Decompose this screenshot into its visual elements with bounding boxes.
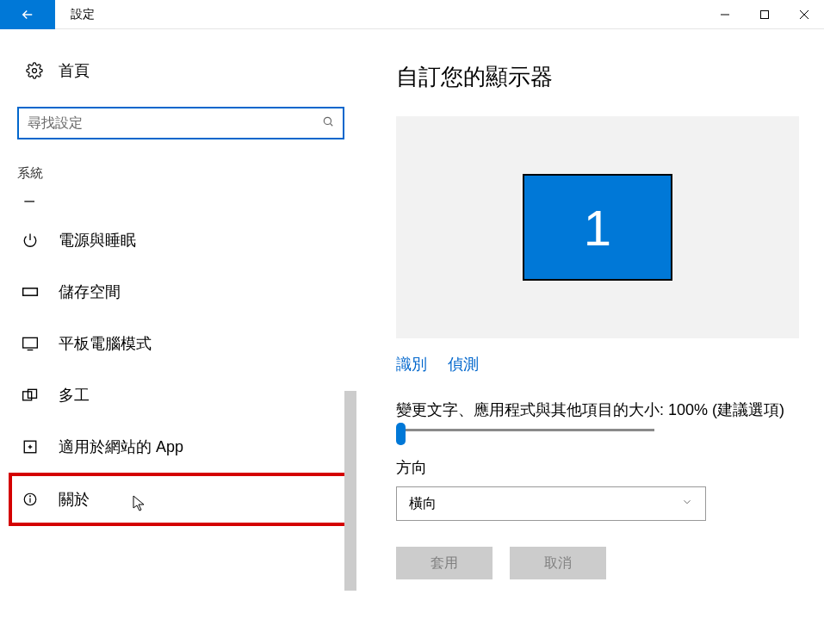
minimize-icon (720, 9, 730, 20)
sidebar-item-storage[interactable]: 儲存空間 (17, 266, 353, 318)
identify-link[interactable]: 識別 (396, 354, 427, 375)
back-button[interactable] (0, 0, 55, 29)
home-link[interactable]: 首頁 (17, 60, 362, 81)
close-button[interactable] (784, 0, 824, 29)
scale-label: 變更文字、應用程式與其他項目的大小: 100% (建議選項) (396, 399, 799, 422)
orientation-label: 方向 (396, 457, 799, 478)
svg-rect-8 (23, 288, 38, 295)
svg-rect-10 (23, 392, 32, 400)
monitor-number: 1 (584, 199, 611, 257)
bell-icon (21, 189, 40, 206)
svg-rect-1 (761, 10, 769, 18)
search-input[interactable]: 尋找設定 (17, 107, 344, 139)
window-controls (705, 0, 824, 29)
scale-slider[interactable] (396, 429, 654, 431)
cancel-label: 取消 (544, 554, 572, 573)
svg-point-4 (33, 69, 37, 73)
titlebar: 設定 (0, 0, 824, 29)
apply-label: 套用 (431, 554, 458, 573)
svg-point-5 (324, 117, 331, 124)
nav-list: 電源與睡眠 儲存空間 平板電腦模式 多工 (17, 189, 353, 526)
slider-track (396, 429, 654, 431)
sidebar-item-label: 適用於網站的 App (59, 437, 183, 457)
main-title: 自訂您的顯示器 (396, 62, 799, 92)
tablet-icon (21, 336, 40, 351)
slider-thumb[interactable] (396, 423, 406, 445)
apply-button[interactable]: 套用 (396, 547, 493, 579)
power-icon (21, 232, 40, 248)
chevron-down-icon (681, 496, 693, 511)
close-icon (799, 9, 809, 20)
sidebar-item-truncated[interactable] (17, 189, 353, 214)
section-label: 系統 (17, 165, 362, 182)
multitask-icon (21, 388, 40, 402)
info-icon (21, 492, 40, 507)
cancel-button[interactable]: 取消 (510, 547, 606, 579)
scrollbar-thumb[interactable] (344, 391, 356, 591)
maximize-button[interactable] (745, 0, 784, 29)
scrollbar[interactable] (344, 243, 356, 604)
sidebar-item-label: 多工 (59, 385, 90, 406)
sidebar-item-power[interactable]: 電源與睡眠 (17, 214, 353, 266)
maximize-icon (759, 9, 770, 20)
sidebar: 首頁 尋找設定 系統 電源與睡眠 (0, 29, 362, 644)
svg-rect-11 (28, 389, 37, 398)
display-preview[interactable]: 1 (396, 116, 799, 338)
app-title: 設定 (71, 7, 95, 22)
search-placeholder: 尋找設定 (28, 115, 83, 133)
svg-line-6 (330, 123, 332, 126)
svg-rect-9 (23, 337, 38, 348)
sidebar-item-label: 關於 (59, 489, 90, 510)
sidebar-item-multitask[interactable]: 多工 (17, 369, 353, 421)
home-label: 首頁 (59, 60, 90, 81)
orientation-value: 橫向 (409, 495, 437, 513)
detect-link[interactable]: 偵測 (448, 354, 479, 375)
back-arrow-icon (20, 7, 35, 22)
orientation-select[interactable]: 橫向 (396, 486, 706, 521)
main-content: 自訂您的顯示器 1 識別 偵測 變更文字、應用程式與其他項目的大小: 100% … (362, 29, 824, 644)
sidebar-item-label: 儲存空間 (59, 282, 121, 302)
sidebar-item-apps-for-websites[interactable]: 適用於網站的 App (17, 421, 353, 473)
sidebar-item-tablet[interactable]: 平板電腦模式 (17, 318, 353, 369)
monitor-1[interactable]: 1 (523, 174, 672, 281)
open-icon (21, 439, 40, 455)
search-icon (322, 115, 334, 131)
sidebar-item-label: 平板電腦模式 (59, 333, 152, 354)
svg-point-17 (30, 496, 31, 497)
minimize-button[interactable] (705, 0, 745, 29)
gear-icon (26, 62, 43, 79)
sidebar-item-about[interactable]: 關於 (9, 473, 353, 526)
storage-icon (21, 286, 40, 298)
cursor-icon (133, 495, 146, 517)
sidebar-item-label: 電源與睡眠 (59, 230, 136, 251)
